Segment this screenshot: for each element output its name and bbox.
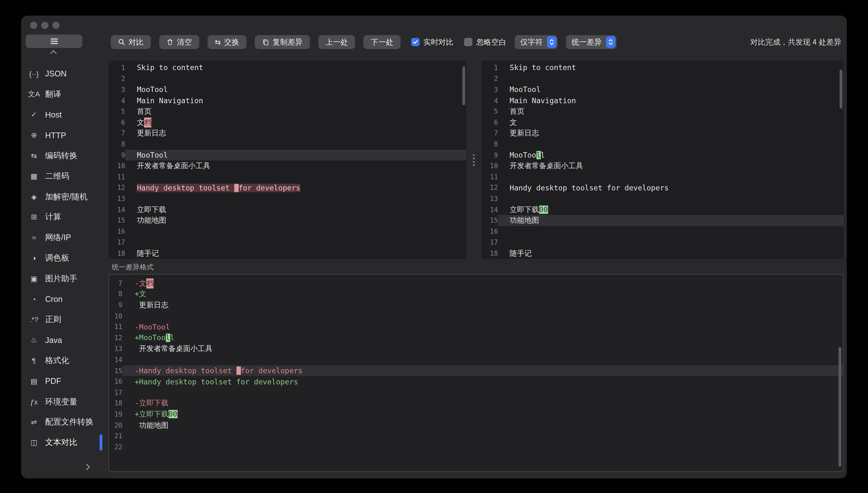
realtime-compare-checkbox[interactable]: 实时对比 — [411, 37, 453, 47]
sidebar-expand-button[interactable] — [86, 464, 90, 471]
left-editor[interactable]: 1Skip to content23MooTool4Main Navigatio… — [109, 61, 466, 259]
line-content: MooTooll — [498, 150, 844, 160]
code-line: 18随手记 — [481, 248, 844, 259]
line-content: MooTool — [125, 150, 466, 160]
sidebar-item-label: 文本对比 — [45, 437, 77, 448]
code-line: 17 — [481, 237, 844, 248]
sidebar-item-calc[interactable]: ⊞计算 — [21, 207, 106, 228]
line-number: 11 — [481, 173, 498, 180]
right-editor-scrollbar[interactable] — [840, 70, 843, 109]
sidebar-item-config[interactable]: ⇌配置文件转换 — [21, 412, 106, 432]
line-content: 功能地图 — [122, 420, 843, 431]
line-number: 13 — [109, 345, 122, 352]
granularity-value: 仅字符 — [520, 37, 543, 47]
regex-icon: .*? — [28, 316, 40, 324]
line-content — [125, 237, 466, 248]
sidebar-item-label: 格式化 — [45, 356, 69, 366]
code-line: 11 — [109, 171, 466, 182]
scroll-up-icon[interactable] — [50, 50, 56, 54]
swap-label: 交换 — [224, 37, 239, 47]
ignore-whitespace-label: 忽略空白 — [476, 37, 506, 47]
hamburger-icon — [50, 39, 58, 44]
line-number: 7 — [481, 129, 498, 137]
code-line: 12+MooTooll — [109, 333, 843, 343]
code-line: 4Main Navigation — [481, 95, 844, 106]
clear-button[interactable]: 清空 — [159, 35, 199, 49]
code-line: 10开发者常备桌面小工具 — [481, 160, 844, 171]
realtime-compare-label: 实时对比 — [424, 37, 453, 47]
line-number: 2 — [109, 75, 125, 83]
sidebar-item-translate[interactable]: 文A翻译 — [21, 84, 106, 105]
sidebar-item-image[interactable]: ▣图片助手 — [21, 269, 106, 289]
diff-format-select[interactable]: 统一差异 — [566, 35, 617, 49]
sidebar-item-pdf[interactable]: ▤PDF — [21, 371, 106, 391]
sidebar-item-http[interactable]: ⊕HTTP — [21, 125, 106, 145]
unified-scrollbar[interactable] — [839, 347, 841, 467]
line-number: 19 — [109, 410, 122, 418]
sidebar-item-qrcode[interactable]: ▦二维码 — [21, 166, 106, 186]
code-line: 17 — [109, 237, 466, 248]
line-number: 17 — [109, 388, 122, 396]
code-line: 3MooTool — [109, 84, 466, 95]
sidebar-item-crypto[interactable]: ◈加解密/随机 — [21, 186, 106, 207]
line-number: 12 — [109, 334, 122, 342]
line-content: 更新日志 — [498, 128, 844, 138]
close-button[interactable] — [30, 22, 37, 29]
line-content — [498, 226, 844, 237]
line-number: 14 — [481, 206, 498, 213]
line-content — [122, 354, 843, 365]
sidebar-item-host[interactable]: ✓Host — [21, 105, 106, 125]
line-content — [498, 193, 844, 204]
minimize-button[interactable] — [41, 22, 48, 29]
code-line: 2 — [109, 73, 466, 84]
line-number: 7 — [109, 129, 125, 137]
prev-diff-button[interactable]: 上一处 — [318, 35, 355, 49]
sidebar-item-encoding[interactable]: ⇆编码转换 — [21, 146, 106, 166]
left-editor-scrollbar[interactable] — [462, 66, 465, 105]
line-number: 8 — [109, 141, 125, 148]
code-line: 15功能地图 — [481, 215, 844, 226]
line-number: 7 — [109, 280, 122, 287]
sidebar-item-palette[interactable]: ◑调色板 — [21, 248, 106, 268]
code-line: 20 功能地图 — [109, 420, 843, 431]
copy-diff-button[interactable]: 复制差异 — [255, 35, 310, 49]
trash-icon — [166, 39, 174, 46]
compare-button[interactable]: 对比 — [111, 35, 151, 49]
ignore-whitespace-checkbox[interactable]: 忽略空白 — [464, 37, 506, 47]
sidebar-item-regex[interactable]: .*?正则 — [21, 309, 106, 330]
line-content: +Handy desktop toolset for developers — [122, 376, 843, 387]
unified-diff-panel[interactable]: 7-文档8+文9 更新日志1011-MooTool12+MooTooll13 开… — [109, 274, 844, 472]
granularity-select[interactable]: 仅字符 — [515, 35, 558, 49]
line-number: 18 — [109, 249, 125, 257]
sidebar-item-label: JSON — [45, 69, 67, 78]
sidebar-item-network[interactable]: ≈网络/IP — [21, 228, 106, 248]
sidebar-item-cron[interactable]: ◔Cron — [21, 289, 106, 309]
line-content: MooTool — [125, 84, 466, 95]
zoom-button[interactable] — [52, 22, 60, 29]
pane-splitter[interactable] — [466, 61, 481, 259]
line-number: 11 — [109, 323, 122, 331]
line-number: 1 — [109, 64, 125, 72]
sidebar-item-textdiff[interactable]: ◫文本对比 — [21, 432, 106, 453]
code-line: 1Skip to content — [109, 62, 466, 73]
sidebar-item-java[interactable]: ♨Java — [21, 330, 106, 350]
code-line: 17 — [109, 387, 843, 398]
sidebar-item-label: 加解密/随机 — [45, 191, 88, 202]
code-line: 10 — [109, 310, 843, 321]
sidebar-item-label: Host — [45, 110, 62, 119]
diff-panes: 1Skip to content23MooTool4Main Navigatio… — [109, 61, 844, 259]
line-number: 3 — [481, 86, 498, 93]
line-content — [498, 171, 844, 182]
sidebar-item-env[interactable]: ƒx环境变量 — [21, 391, 106, 412]
code-line: 7-文档 — [109, 278, 843, 289]
sidebar-item-format[interactable]: ¶格式化 — [21, 350, 106, 371]
line-content — [122, 431, 843, 442]
sidebar-item-json[interactable]: {··}JSON — [21, 63, 106, 84]
right-editor[interactable]: 1Skip to content23MooTool4Main Navigatio… — [481, 61, 844, 259]
sidebar-item-label: 环境变量 — [45, 396, 77, 407]
selected-indicator — [99, 435, 102, 451]
next-diff-button[interactable]: 下一处 — [364, 35, 401, 49]
line-number: 1 — [481, 64, 498, 72]
sidebar-menu-button[interactable] — [25, 35, 82, 48]
swap-button[interactable]: ⇆ 交换 — [207, 35, 246, 49]
